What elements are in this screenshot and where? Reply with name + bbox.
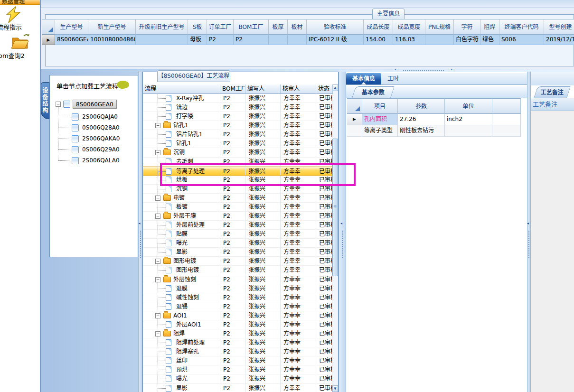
select-all-corner[interactable]	[347, 98, 362, 114]
column-header[interactable]: 终端客户代码	[499, 19, 544, 35]
process-row[interactable]: 等离子处理P2张振兴方幸幸已审核	[143, 167, 333, 176]
process-row[interactable]: 钻孔1P2张振兴方幸幸已审核	[143, 139, 333, 148]
process-row[interactable]: 预烘P2张振兴方幸幸已审核	[143, 365, 333, 374]
process-row[interactable]: 图形电镀P2张振兴方幸幸已审核	[143, 266, 333, 275]
column-header[interactable]: S板	[188, 19, 207, 35]
column-header[interactable]: 升级前旧生产型号	[136, 19, 188, 35]
process-row[interactable]: 曝光P2张振兴方幸幸已审核	[143, 374, 333, 383]
expander-icon[interactable]: −	[155, 123, 160, 128]
tab-main-info[interactable]: 主要信息	[372, 9, 405, 19]
process-row[interactable]: 退锡P2张振兴方幸幸已审核	[143, 302, 333, 311]
row-selector[interactable]	[347, 125, 362, 137]
notes-content[interactable]	[531, 111, 574, 392]
process-row[interactable]: 打字喽P2张振兴方幸幸已审核	[143, 112, 333, 121]
column-header[interactable]: 阻焊	[480, 19, 499, 35]
column-header[interactable]: 生产型号	[55, 19, 88, 35]
process-row[interactable]: 贴膜P2张振兴方幸幸已审核	[143, 230, 333, 239]
process-row[interactable]: 外层AOI1P2张振兴方幸幸已审核	[143, 320, 333, 329]
process-row[interactable]: −外层蚀刻P2张振兴方幸幸已审核	[143, 275, 333, 284]
process-scrollbar[interactable]: ▲ ▼	[332, 84, 338, 392]
process-row[interactable]: −AOI1P2张振兴方幸幸已审核	[143, 311, 333, 320]
panel-splitter-handle[interactable]	[403, 70, 444, 71]
process-row[interactable]: 外层前处理P2张振兴方幸幸已审核	[143, 221, 333, 230]
column-header[interactable]: 核审人	[281, 84, 316, 94]
process-row[interactable]: −外层干膜P2张振兴方幸幸已审核	[143, 212, 333, 221]
process-row[interactable]: −阻焊P2张振兴方幸幸已审核	[143, 329, 333, 338]
process-row[interactable]: 阻焊塞孔P2张振兴方幸幸已审核	[143, 347, 333, 356]
column-header[interactable]: BOM工厂	[220, 84, 245, 94]
tab-basic-info[interactable]: 基本信息	[346, 73, 381, 84]
expander-icon[interactable]: −	[155, 277, 160, 282]
tab-device-structure[interactable]: 设备结构	[41, 82, 49, 119]
left-splitter[interactable]	[138, 72, 142, 392]
column-header[interactable]: 项目	[362, 98, 398, 114]
process-row[interactable]: 去毛刺P2张振兴方幸幸已审核	[143, 158, 333, 167]
column-header[interactable]: 新生产型号	[88, 19, 136, 35]
param-row[interactable]: 等离子类型刚性板去钻污	[347, 125, 521, 137]
process-row[interactable]: 沉铜P2张振兴方幸幸已审核	[143, 185, 333, 194]
expander-icon[interactable]: −	[155, 259, 160, 264]
column-header[interactable]: 编写人	[245, 84, 281, 94]
tab-work-hours[interactable]: 工时	[381, 73, 405, 84]
column-header[interactable]: 字符	[454, 19, 480, 35]
bom-factory-cell: P2	[220, 103, 245, 112]
process-row[interactable]: X-Ray冲孔P2张振兴方幸幸已审核	[143, 94, 333, 103]
column-header[interactable]: 订单工厂	[207, 19, 234, 35]
tree-root-node[interactable]: −8S0060GEA0	[50, 99, 138, 110]
column-header[interactable]: 单位	[445, 98, 492, 114]
select-all-corner[interactable]	[42, 19, 55, 35]
expander-icon[interactable]: −	[56, 102, 61, 107]
scroll-down-icon[interactable]: ▼	[332, 385, 338, 392]
expander-icon[interactable]: −	[155, 150, 160, 155]
row-selector[interactable]: ▶	[347, 114, 362, 125]
column-header[interactable]: 参数	[398, 98, 445, 114]
tab-process-notes[interactable]: 工艺备注	[534, 86, 571, 98]
tab-basic-params[interactable]: 基本参数	[352, 86, 395, 98]
process-row[interactable]: 退膜P2张振兴方幸幸已审核	[143, 284, 333, 293]
process-row[interactable]: 阻焊前处理P2张振兴方幸幸已审核	[143, 338, 333, 347]
process-row[interactable]: 碱性蚀刻P2张振兴方幸幸已审核	[143, 293, 333, 302]
column-header[interactable]: 成品长度	[364, 19, 393, 35]
column-header[interactable]: 型号创建	[544, 19, 574, 35]
sidebar-item-flow-label[interactable]: 流程指示	[0, 22, 22, 31]
expander-icon[interactable]: −	[155, 313, 160, 318]
tree-node[interactable]: 0S006Q29A0	[50, 144, 138, 155]
process-row[interactable]: 板镀P2张振兴方幸幸已审核	[143, 203, 333, 212]
process-row[interactable]: 烘板P2张振兴方幸幸已审核	[143, 176, 333, 185]
scrollbar-thumb[interactable]	[332, 139, 338, 276]
process-row[interactable]: 铣边P2张振兴方幸幸已审核	[143, 103, 333, 112]
right-splitter[interactable]	[527, 72, 531, 392]
process-row[interactable]: −电镀P2张振兴方幸幸已审核	[143, 194, 333, 203]
column-header[interactable]: 验收标准	[307, 19, 364, 35]
column-header[interactable]	[492, 98, 521, 114]
column-header[interactable]: 成品宽度	[393, 19, 425, 35]
process-row[interactable]: 铝片钻孔1P2张振兴方幸幸已审核	[143, 130, 333, 139]
process-row[interactable]: −钻孔1P2张振兴方幸幸已审核	[143, 121, 333, 130]
main-info-table: 生产型号新生产型号升级前旧生产型号S板订单工厂BOM工厂板厚板材验收标准成品长度…	[42, 19, 574, 45]
process-row[interactable]: 显影P2张振兴方幸幸已审核	[143, 384, 333, 392]
row-selector[interactable]: ▶	[42, 35, 55, 45]
column-header[interactable]: 板材	[288, 19, 307, 35]
column-header[interactable]: PNL规格	[425, 19, 454, 35]
param-row[interactable]: ▶孔内面积27.26inch2	[347, 114, 521, 125]
sidebar-item-bom-label[interactable]: om查询2	[0, 51, 25, 60]
expander-icon[interactable]: −	[155, 196, 160, 201]
center-splitter[interactable]	[339, 72, 346, 392]
process-row[interactable]: −沉铜P2张振兴方幸幸已审核	[143, 148, 333, 157]
column-header[interactable]: 流程	[143, 84, 220, 94]
expander-icon[interactable]: −	[155, 331, 160, 336]
process-row[interactable]: 显影P2张振兴方幸幸已审核	[143, 248, 333, 257]
tree-node[interactable]: 2S006QALA0	[50, 155, 138, 166]
tree-node[interactable]: 2S006QAJA0	[50, 112, 138, 122]
column-header[interactable]: 状态	[316, 84, 333, 94]
process-row[interactable]: 曝光P2张振兴方幸幸已审核	[143, 239, 333, 248]
expander-icon[interactable]: −	[155, 214, 160, 219]
scroll-up-icon[interactable]: ▲	[332, 84, 338, 91]
column-header[interactable]: 板厚	[269, 19, 288, 35]
column-header[interactable]: BOM工厂	[234, 19, 269, 35]
process-row[interactable]: 丝印P2张振兴方幸幸已审核	[143, 356, 333, 365]
tree-node[interactable]: 0S006Q28A0	[50, 122, 138, 133]
tree-node[interactable]: 2S006QAKA0	[50, 133, 138, 144]
process-row[interactable]: −图形电镀P2张振兴方幸幸已审核	[143, 257, 333, 266]
main-info-data-row[interactable]: ▶8S0060GEA010010800048602母板P2P2IPC-6012 …	[42, 35, 574, 45]
